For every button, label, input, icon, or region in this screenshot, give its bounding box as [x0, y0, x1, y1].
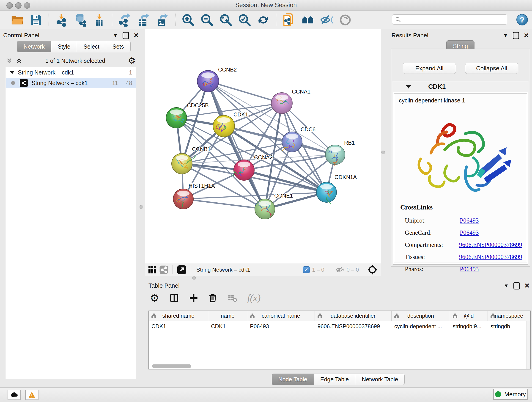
horizontal-scrollbar[interactable]	[152, 364, 191, 368]
zoom-selected-button[interactable]	[237, 13, 252, 27]
panel-collapse-icon[interactable]: ▼	[503, 32, 508, 38]
export-image-button[interactable]	[155, 13, 170, 27]
tab-style[interactable]: Style	[51, 41, 77, 52]
zoom-in-icon	[181, 13, 195, 27]
search-input[interactable]	[403, 16, 502, 23]
horizontal-splitter[interactable]	[145, 276, 381, 280]
zoom-fit-button[interactable]	[219, 13, 233, 27]
tab-node-table[interactable]: Node Table	[272, 374, 314, 385]
delete-column-icon[interactable]	[208, 293, 217, 303]
save-session-button[interactable]	[29, 13, 43, 27]
table-options-gear-icon[interactable]: ⚙	[150, 293, 159, 303]
tab-select[interactable]: Select	[77, 41, 106, 52]
network-options-gear-icon[interactable]: ⚙	[128, 56, 136, 65]
column-header-canonical-name[interactable]: canonical name	[247, 311, 315, 321]
collapse-all-button[interactable]: Collapse All	[465, 63, 518, 74]
node-CCNB1[interactable]	[172, 153, 196, 174]
hide-glass-button[interactable]	[319, 13, 334, 27]
splitter-knob[interactable]	[381, 151, 385, 154]
network-view-toolbar: String Network – cdk1 ✓ 1 – 0 0 – 0	[145, 263, 381, 276]
refresh-view-button[interactable]	[256, 13, 270, 27]
export-network-button[interactable]	[118, 13, 132, 27]
zoom-out-button[interactable]	[200, 13, 214, 27]
cloud-status-button[interactable]	[7, 390, 21, 400]
edge-CCNB2-CCNE1[interactable]	[208, 81, 265, 209]
open-in-new-window-icon[interactable]	[177, 265, 186, 274]
add-column-icon[interactable]	[189, 293, 198, 303]
panel-collapse-icon[interactable]: ▼	[113, 32, 118, 38]
export-table-button[interactable]	[137, 13, 151, 27]
open-session-button[interactable]	[10, 13, 24, 27]
network-graph[interactable]: CCNB2CCNA1CDC25BCDK1CDC6RB1CCNB1CCNA2CDK…	[145, 29, 381, 263]
network-row[interactable]: String Network – cdk1 11 48	[6, 78, 136, 88]
node-CDK1[interactable]	[213, 115, 234, 137]
vertical-scrollbar[interactable]	[526, 321, 530, 369]
crosslink-link[interactable]: P06493	[460, 229, 479, 236]
panel-collapse-icon[interactable]: ▼	[504, 283, 509, 289]
network-from-selection-button[interactable]	[282, 13, 296, 27]
tab-sets[interactable]: Sets	[106, 41, 131, 52]
protein-structure-image	[408, 109, 513, 201]
node-CDKN1A[interactable]	[317, 182, 336, 204]
collection-expand-icon[interactable]	[10, 71, 15, 74]
column-header-shared-name[interactable]: shared name	[149, 311, 208, 321]
network-edges[interactable]	[177, 81, 335, 209]
tab-network[interactable]: Network	[17, 41, 51, 52]
grid-view-icon[interactable]	[148, 266, 156, 274]
table-row[interactable]: CDK1CDK1P064939606.ENSP00000378699cyclin…	[149, 321, 530, 332]
network-canvas[interactable]: CCNB2CCNA1CDC25BCDK1CDC6RB1CCNB1CCNA2CDK…	[145, 29, 381, 263]
node-RB1[interactable]	[325, 145, 345, 166]
birdseye-crosshair-icon[interactable]	[367, 264, 378, 275]
node-HIST1H1A[interactable]	[173, 189, 193, 209]
column-header-database-identifier[interactable]: database identifier	[315, 311, 392, 321]
node-CCNE1[interactable]	[255, 199, 275, 219]
column-header-name[interactable]: name	[208, 311, 247, 321]
panel-close-icon[interactable]: ✕	[525, 282, 530, 289]
node-CCNA1[interactable]	[271, 93, 292, 114]
node-CCNB2[interactable]	[197, 70, 219, 92]
selected-counts: 1 – 0	[312, 267, 324, 273]
node-CDC25B[interactable]	[166, 108, 187, 128]
gene-section-header[interactable]: CDK1	[393, 81, 528, 92]
column-header-@id[interactable]: @id	[450, 311, 488, 321]
edge-HIST1H1A-CCNE1[interactable]	[183, 199, 265, 209]
tab-network-table[interactable]: Network Table	[355, 374, 405, 385]
panel-float-icon[interactable]	[513, 282, 520, 289]
collapse-all-icon[interactable]	[6, 57, 13, 64]
help-button[interactable]: ?	[516, 14, 528, 26]
memory-button[interactable]: Memory	[493, 389, 528, 400]
show-glass-button[interactable]	[338, 13, 352, 27]
expand-all-button[interactable]: Expand All	[403, 63, 456, 74]
panel-close-icon[interactable]: ✕	[133, 32, 139, 39]
crosslink-link[interactable]: 9606.ENSP00000378699	[459, 254, 522, 261]
expand-all-icon[interactable]	[16, 57, 23, 64]
table-cell: CDK1	[208, 321, 247, 332]
network-collection-row[interactable]: String Network – cdk1 1	[6, 67, 136, 78]
import-table-button[interactable]	[92, 13, 106, 27]
section-expand-icon[interactable]	[406, 85, 411, 89]
zoom-in-button[interactable]	[181, 13, 195, 27]
crosslink-link[interactable]: 9606.ENSP00000378699	[459, 241, 522, 249]
import-network-file-button[interactable]	[55, 13, 69, 27]
string-home-button[interactable]	[301, 13, 315, 27]
delete-table-icon[interactable]	[228, 293, 237, 303]
function-builder-icon[interactable]: f(x)	[247, 293, 260, 303]
splitter-knob[interactable]	[139, 205, 143, 209]
crosslink-link[interactable]: P06493	[460, 217, 479, 224]
column-header-namespace[interactable]: namespace	[488, 311, 530, 321]
splitter-knob[interactable]	[192, 276, 196, 280]
panel-float-icon[interactable]	[513, 32, 519, 39]
import-network-database-button[interactable]	[73, 13, 88, 27]
save-icon	[30, 13, 42, 26]
warning-status-button[interactable]	[25, 390, 38, 400]
share-view-icon[interactable]	[159, 265, 168, 274]
crosslink-link[interactable]: P06493	[460, 266, 479, 273]
node-CCNA2[interactable]	[233, 160, 254, 180]
selected-checkbox-icon[interactable]: ✓	[303, 266, 310, 273]
node-CDC6[interactable]	[282, 132, 302, 152]
panel-close-icon[interactable]: ✕	[524, 32, 529, 39]
tab-edge-table[interactable]: Edge Table	[314, 374, 355, 385]
column-header-description[interactable]: description	[392, 311, 450, 321]
panel-float-icon[interactable]	[123, 32, 129, 39]
show-columns-icon[interactable]	[169, 293, 179, 303]
